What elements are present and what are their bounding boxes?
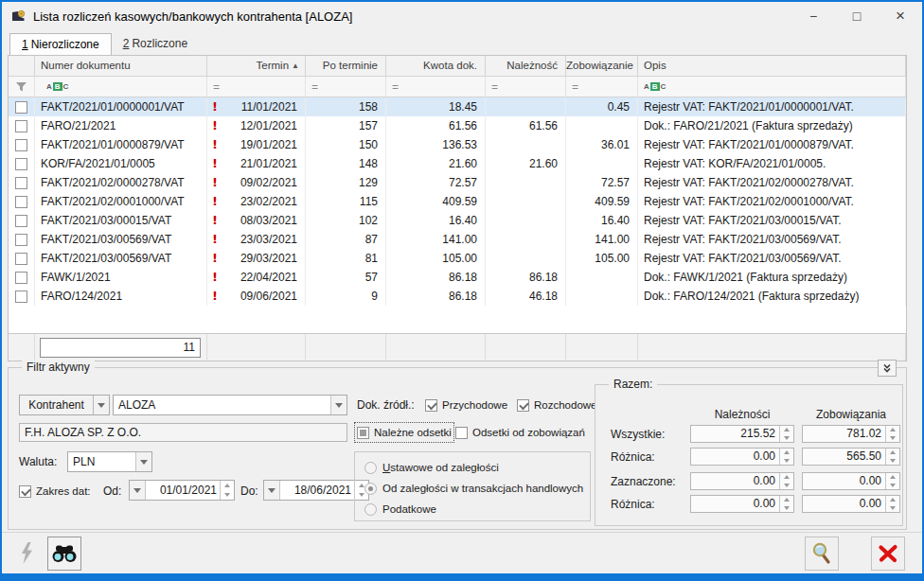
close-button[interactable]: × (879, 2, 922, 30)
cell-numer-dokumentu: FAKT/2021/03/00569/VAT (35, 230, 207, 249)
table-row[interactable]: FAKT/2021/01/0000879/VAT!19/01/202115013… (9, 135, 906, 154)
table-row[interactable]: FAKT/2021/02/0001000/VAT!23/02/202111540… (9, 192, 906, 211)
odsetki-od-zobowiazan-checkbox[interactable]: Odsetki od zobowiązań (455, 425, 585, 440)
filter-numer[interactable]: ABC (35, 77, 207, 97)
checkbox-box[interactable] (19, 485, 31, 498)
radio-circle[interactable] (364, 503, 377, 516)
filter-funnel-cell[interactable] (9, 77, 35, 97)
spinner[interactable] (779, 426, 793, 442)
tab-nierozliczone[interactable]: 1Nierozliczone (9, 33, 112, 55)
radio-circle[interactable] (364, 483, 377, 495)
details-button[interactable] (805, 537, 839, 571)
chevron-down-icon[interactable] (135, 452, 151, 471)
kontrahent-code-combo[interactable]: ALOZA (113, 395, 347, 415)
checkbox-box[interactable] (357, 427, 369, 439)
row-select-checkbox[interactable] (9, 230, 35, 249)
spinner[interactable] (885, 449, 899, 465)
row-select-checkbox[interactable] (9, 268, 35, 287)
spinner[interactable] (885, 496, 899, 512)
table-row[interactable]: FAWK/1/2021!22/04/20215786.1886.18Dok.: … (9, 268, 906, 287)
roznica-zobowiazania-field[interactable]: 565.50 (802, 448, 900, 466)
spinner[interactable] (779, 496, 793, 512)
footer-cell (566, 334, 638, 361)
wszystkie-naleznosci-field[interactable]: 215.52 (690, 425, 794, 443)
header-kwota-dok[interactable]: Kwota dok. (386, 56, 486, 76)
cell-po-terminie: 57 (306, 268, 386, 287)
filter-apply-button[interactable] (9, 537, 44, 571)
row-select-checkbox[interactable] (9, 154, 35, 173)
filter-opis[interactable]: ABC (638, 77, 906, 97)
rozchodowe-checkbox[interactable]: Rozchodowe (517, 397, 596, 413)
date-from-field[interactable]: 01/01/2021 (129, 480, 235, 501)
calendar-dropdown-icon[interactable] (130, 481, 146, 500)
date-to-value[interactable]: 18/06/2021 (280, 481, 354, 500)
header-po-terminie[interactable]: Po terminie (306, 56, 386, 76)
radio-circle[interactable] (364, 462, 377, 474)
zaznaczone-naleznosci-field[interactable]: 0.00 (690, 472, 794, 490)
maximize-button[interactable]: □ (835, 2, 879, 30)
header-select-column[interactable] (9, 56, 35, 76)
chevron-down-icon[interactable] (93, 396, 109, 414)
zakres-dat-checkbox[interactable]: Zakres dat: (19, 484, 91, 499)
roznica-naleznosci-field[interactable]: 0.00 (690, 448, 794, 466)
bottom-toolbar (2, 532, 922, 573)
table-row[interactable]: FARO/21/2021!12/01/202115761.5661.56Dok.… (9, 116, 906, 135)
cell-numer-dokumentu: FAKT/2021/03/00015/VAT (35, 211, 207, 230)
table-row[interactable]: FAKT/2021/01/0000001/VAT!11/01/202115818… (9, 97, 906, 116)
radio-ustawowe[interactable]: Ustawowe od zaległości (364, 461, 499, 474)
radio-podatkowe[interactable]: Podatkowe (364, 502, 436, 516)
cell-po-terminie: 157 (306, 116, 386, 135)
row-select-checkbox[interactable] (9, 192, 35, 211)
calendar-dropdown-icon[interactable] (264, 481, 280, 500)
spinner[interactable] (779, 449, 793, 465)
odsetki-radio-group: Ustawowe od zaległości Od zaległości w t… (354, 451, 591, 521)
nalezne-odsetki-checkbox[interactable]: Należne odsetki (357, 425, 452, 440)
filter-naleznosc[interactable]: = (486, 77, 566, 97)
filter-termin[interactable]: = (207, 77, 306, 97)
date-from-spinner[interactable] (220, 481, 234, 500)
waluta-combo[interactable]: PLN (67, 451, 152, 472)
collapse-filter-button[interactable] (878, 360, 897, 377)
wszystkie-zobowiazania-field[interactable]: 781.02 (802, 425, 900, 443)
find-button[interactable] (47, 537, 81, 571)
filter-kwota[interactable]: = (386, 77, 486, 97)
table-row[interactable]: KOR/FA/2021/01/0005!21/01/202114821.6021… (9, 154, 906, 173)
tab-rozliczone[interactable]: 2Rozliczone (112, 33, 199, 55)
minimize-button[interactable]: − (791, 2, 835, 30)
row-select-checkbox[interactable] (9, 287, 35, 306)
kontrahent-button[interactable]: Kontrahent (19, 395, 110, 415)
filter-zobowiazanie[interactable]: = (566, 77, 638, 97)
row-select-checkbox[interactable] (9, 173, 35, 192)
spinner[interactable] (885, 473, 899, 489)
table-row[interactable]: FAKT/2021/03/00569/VAT!29/03/202181105.0… (9, 249, 906, 268)
checkbox-box[interactable] (455, 427, 468, 439)
spinner[interactable] (885, 426, 899, 442)
table-row[interactable]: FAKT/2021/02/0000278/VAT!09/02/202112972… (9, 173, 906, 192)
spinner[interactable] (779, 473, 793, 489)
table-row[interactable]: FARO/124/2021!09/06/2021986.1846.18Dok.:… (9, 287, 906, 306)
roznica2-naleznosci-field[interactable]: 0.00 (690, 495, 794, 513)
cell-kwota-dok: 86.18 (386, 287, 486, 306)
close-window-button[interactable] (871, 537, 905, 571)
checkbox-box[interactable] (425, 399, 437, 412)
row-select-checkbox[interactable] (9, 116, 35, 135)
zaznaczone-zobowiazania-field[interactable]: 0.00 (802, 472, 900, 490)
header-numer-dokumentu[interactable]: Numer dokumentu (35, 56, 207, 76)
row-select-checkbox[interactable] (9, 135, 35, 154)
header-termin[interactable]: Termin▲ (207, 56, 306, 76)
filter-po-terminie[interactable]: = (306, 77, 386, 97)
checkbox-box[interactable] (517, 399, 529, 412)
table-row[interactable]: FAKT/2021/03/00569/VAT!23/03/202187141.0… (9, 230, 906, 249)
roznica2-zobowiazania-field[interactable]: 0.00 (802, 495, 900, 513)
header-naleznosc[interactable]: Należność (486, 56, 566, 76)
header-zobowiazanie[interactable]: Zobowiązanie (566, 56, 638, 76)
radio-od-zaleglosci-handlowych[interactable]: Od zaległości w transakcjach handlowych (364, 482, 583, 495)
header-opis[interactable]: Opis (638, 56, 906, 76)
row-select-checkbox[interactable] (9, 249, 35, 268)
row-select-checkbox[interactable] (9, 97, 35, 116)
date-from-value[interactable]: 01/01/2021 (146, 481, 220, 500)
przychodowe-checkbox[interactable]: Przychodowe (425, 397, 507, 413)
table-row[interactable]: FAKT/2021/03/00015/VAT!08/03/202110216.4… (9, 211, 906, 230)
row-select-checkbox[interactable] (9, 211, 35, 230)
chevron-down-icon[interactable] (330, 396, 346, 414)
